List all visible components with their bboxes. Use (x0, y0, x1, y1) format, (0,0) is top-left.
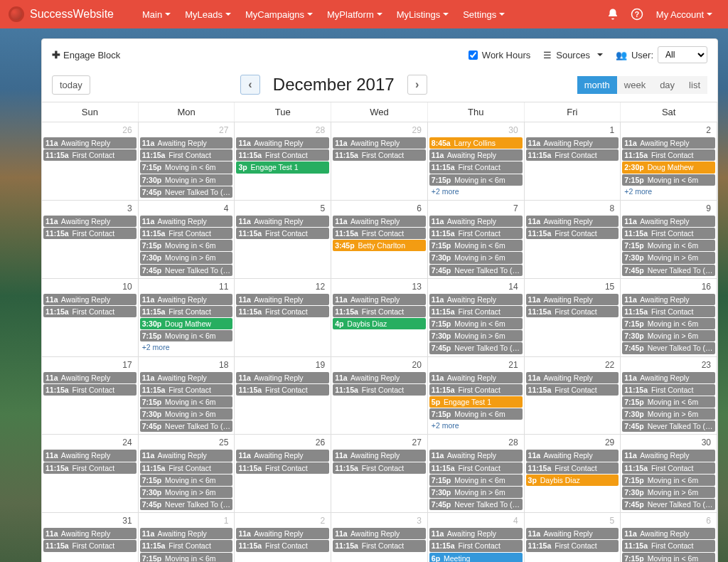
event[interactable]: 7:30p Moving in > 6m (140, 252, 233, 263)
event[interactable]: 11a Awaiting Reply (526, 216, 619, 227)
event[interactable]: 11:15a First Contact (140, 462, 233, 474)
event[interactable]: 11a Awaiting Reply (429, 216, 523, 227)
day-cell[interactable]: 311a Awaiting Reply11:15a First Contact (331, 513, 428, 562)
nav-settings[interactable]: Settings (456, 0, 512, 28)
event[interactable]: 11:15a First Contact (333, 540, 426, 551)
event[interactable]: 11a Awaiting Reply (622, 528, 715, 539)
event[interactable]: 11:15a First Contact (333, 228, 426, 239)
prev-button[interactable]: ‹ (240, 75, 260, 95)
event[interactable]: 11a Awaiting Reply (333, 137, 426, 149)
event[interactable]: 11a Awaiting Reply (526, 372, 619, 383)
event[interactable]: 11:15a First Contact (526, 228, 619, 239)
event[interactable]: 11:15a First Contact (140, 384, 233, 396)
event[interactable]: 11:15a First Contact (622, 306, 715, 317)
event[interactable]: 7:30p Moving in > 6m (622, 408, 715, 420)
day-cell[interactable]: 1511a Awaiting Reply11:15a First Contact (525, 279, 621, 357)
event[interactable]: 3:45p Betty Charlton (333, 240, 426, 251)
event[interactable]: 11a Awaiting Reply (526, 294, 619, 305)
user-select[interactable]: All (658, 46, 707, 63)
event[interactable]: 11a Awaiting Reply (140, 216, 233, 227)
day-cell[interactable]: 1911a Awaiting Reply11:15a First Contact (235, 357, 331, 435)
event[interactable]: 11a Awaiting Reply (140, 528, 233, 539)
event[interactable]: 11:15a First Contact (429, 384, 523, 396)
day-cell[interactable]: 2811a Awaiting Reply11:15a First Contact… (235, 122, 331, 201)
sources-filter[interactable]: ☰Sources (543, 50, 603, 60)
my-account-menu[interactable]: My Account (649, 0, 719, 28)
day-cell[interactable]: 2711a Awaiting Reply11:15a First Contact (331, 435, 428, 513)
event[interactable]: 11:15a First Contact (140, 540, 233, 551)
event[interactable]: 7:45p Never Talked To (first (140, 265, 233, 276)
event[interactable]: 11a Awaiting Reply (140, 137, 233, 149)
event[interactable]: 11:15a First Contact (429, 161, 523, 173)
nav-mycampaigns[interactable]: MyCampaigns (238, 0, 320, 28)
view-week[interactable]: week (617, 76, 653, 94)
event[interactable]: 7:15p Moving in < 6m (140, 330, 233, 341)
event[interactable]: 11:15a First Contact (236, 228, 329, 239)
event[interactable]: 11a Awaiting Reply (236, 528, 329, 539)
day-cell[interactable]: 2611a Awaiting Reply11:15a First Contact (235, 435, 331, 513)
event[interactable]: 11a Awaiting Reply (333, 294, 426, 305)
event[interactable]: 11a Awaiting Reply (429, 372, 523, 383)
more-link[interactable]: +2 more (429, 186, 523, 196)
event[interactable]: 11a Awaiting Reply (43, 216, 136, 227)
day-cell[interactable]: 411a Awaiting Reply11:15a First Contact6… (428, 513, 525, 562)
event[interactable]: 11a Awaiting Reply (236, 372, 329, 383)
event[interactable]: 11:15a First Contact (140, 149, 233, 161)
view-day[interactable]: day (653, 76, 682, 94)
event[interactable]: 11a Awaiting Reply (429, 149, 523, 161)
today-button[interactable]: today (52, 75, 90, 95)
day-cell[interactable]: 2911a Awaiting Reply11:15a First Contact (331, 122, 428, 201)
event[interactable]: 11:15a First Contact (236, 149, 329, 161)
event[interactable]: 7:45p Never Talked To (first (622, 499, 715, 510)
day-cell[interactable]: 111a Awaiting Reply11:15a First Contact (525, 122, 621, 201)
day-cell[interactable]: 611a Awaiting Reply11:15a First Contact7… (621, 513, 717, 562)
event[interactable]: 5p Engage Test 1 (429, 396, 523, 408)
day-cell[interactable]: 511a Awaiting Reply11:15a First Contact (235, 201, 331, 279)
event[interactable]: 11a Awaiting Reply (43, 450, 136, 461)
event[interactable]: 11:15a First Contact (43, 228, 136, 239)
event[interactable]: 7:15p Moving in < 6m (622, 318, 715, 329)
event[interactable]: 11a Awaiting Reply (236, 294, 329, 305)
event[interactable]: 11:15a First Contact (43, 384, 136, 396)
event[interactable]: 11:15a First Contact (622, 462, 715, 474)
day-cell[interactable]: 2211a Awaiting Reply11:15a First Contact (525, 357, 621, 435)
day-cell[interactable]: 211a Awaiting Reply11:15a First Contact2… (621, 122, 717, 201)
day-cell[interactable]: 308:45a Larry Collins11a Awaiting Reply1… (428, 122, 525, 201)
event[interactable]: 11:15a First Contact (140, 306, 233, 317)
event[interactable]: 6p Meeting (429, 553, 523, 562)
event[interactable]: 2:30p Doug Mathew (622, 161, 715, 173)
day-cell[interactable]: 2811a Awaiting Reply11:15a First Contact… (428, 435, 525, 513)
event[interactable]: 11:15a First Contact (429, 540, 523, 551)
day-cell[interactable]: 2011a Awaiting Reply11:15a First Contact (331, 357, 428, 435)
day-cell[interactable]: 2711a Awaiting Reply11:15a First Contact… (139, 122, 235, 201)
event[interactable]: 11a Awaiting Reply (526, 450, 619, 461)
event[interactable]: 11a Awaiting Reply (43, 372, 136, 383)
day-cell[interactable]: 3111a Awaiting Reply11:15a First Contact (42, 513, 139, 562)
work-hours-filter[interactable]: Work Hours (469, 50, 530, 60)
bell-icon[interactable] (601, 2, 625, 26)
event[interactable]: 11:15a First Contact (236, 306, 329, 317)
day-cell[interactable]: 2511a Awaiting Reply11:15a First Contact… (139, 435, 235, 513)
event[interactable]: 7:45p Never Talked To (first (622, 420, 715, 432)
event[interactable]: 11a Awaiting Reply (43, 137, 136, 149)
more-link[interactable]: +2 more (429, 420, 523, 430)
more-link[interactable]: +2 more (140, 342, 233, 352)
event[interactable]: 7:45p Never Talked To (first (140, 420, 233, 432)
day-cell[interactable]: 211a Awaiting Reply11:15a First Contact (235, 513, 331, 562)
event[interactable]: 11:15a First Contact (236, 384, 329, 396)
event[interactable]: 7:30p Moving in > 6m (429, 252, 523, 263)
event[interactable]: 11:15a First Contact (622, 384, 715, 396)
event[interactable]: 11:15a First Contact (43, 306, 136, 317)
view-month[interactable]: month (577, 76, 617, 94)
event[interactable]: 7:15p Moving in < 6m (622, 396, 715, 408)
event[interactable]: 11a Awaiting Reply (140, 294, 233, 305)
event[interactable]: 7:15p Moving in < 6m (140, 474, 233, 486)
event[interactable]: 11:15a First Contact (526, 306, 619, 317)
event[interactable]: 11:15a First Contact (526, 462, 619, 474)
event[interactable]: 11:15a First Contact (333, 149, 426, 161)
event[interactable]: 7:45p Never Talked To (first (622, 342, 715, 354)
day-cell[interactable]: 3011a Awaiting Reply11:15a First Contact… (621, 435, 717, 513)
day-cell[interactable]: 711a Awaiting Reply11:15a First Contact7… (428, 201, 525, 279)
event[interactable]: 3p Daybis Diaz (526, 474, 619, 486)
event[interactable]: 11:15a First Contact (526, 540, 619, 551)
